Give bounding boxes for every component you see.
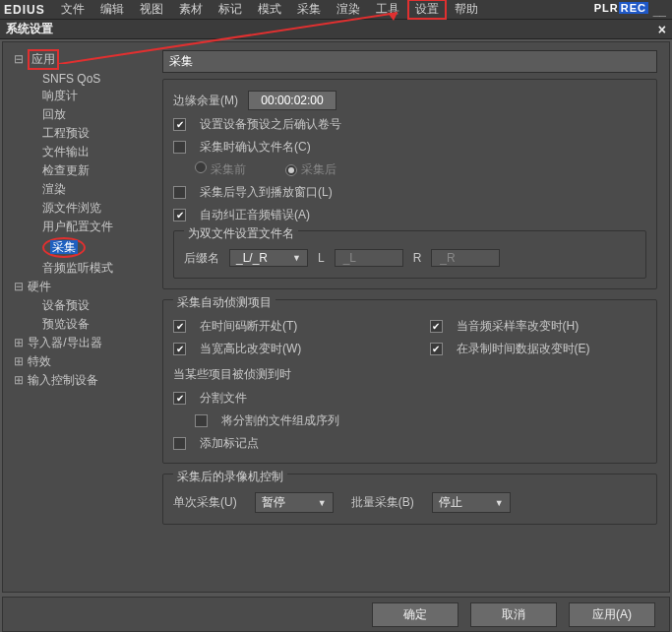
chk-auto-audio[interactable] xyxy=(173,209,186,221)
tree-node-app[interactable]: ⊟ 应用 xyxy=(13,48,153,71)
app-logo: EDIUS xyxy=(4,3,45,17)
tree-item-render[interactable]: 渲染 xyxy=(13,180,153,199)
dd-single[interactable]: 暂停▼ xyxy=(255,492,334,513)
tree-item-devpreset[interactable]: 设备预设 xyxy=(13,296,153,315)
close-icon[interactable]: × xyxy=(658,22,666,37)
dd-suffix[interactable]: _L/_R▼ xyxy=(229,249,308,267)
chk-add-marker[interactable] xyxy=(173,437,186,450)
menu-settings[interactable]: 设置 xyxy=(407,0,447,20)
tree-item-audiomon[interactable]: 音频监听模式 xyxy=(13,259,153,278)
menu-clip[interactable]: 素材 xyxy=(171,0,211,20)
menu-tools[interactable]: 工具 xyxy=(368,0,407,20)
tree-item-update[interactable]: 检查更新 xyxy=(13,161,153,180)
dd-batch[interactable]: 停止▼ xyxy=(432,492,511,513)
minimize-icon[interactable]: __ xyxy=(653,4,666,18)
tree-item-profile[interactable]: 用户配置文件 xyxy=(13,218,153,236)
tree-node-ctrl[interactable]: ⊞ 输入控制设备 xyxy=(13,371,153,390)
tree-item-playback[interactable]: 回放 xyxy=(13,105,153,124)
chk-audio-rate[interactable] xyxy=(430,320,443,333)
dialog-titlebar: 系统设置 × xyxy=(0,20,672,39)
brand-logo: PLRREC xyxy=(594,2,648,14)
rdo-after[interactable] xyxy=(285,164,297,176)
chk-after-import[interactable] xyxy=(173,186,186,199)
field-l[interactable]: _L xyxy=(335,249,403,267)
menu-marker[interactable]: 标记 xyxy=(211,0,250,20)
chk-tc-break[interactable] xyxy=(173,320,186,333)
menu-file[interactable]: 文件 xyxy=(53,0,92,20)
chk-confirm-filename[interactable] xyxy=(173,141,186,154)
section-detect: 采集自动侦测项目 在时间码断开处(T) 当宽高比改变时(W) 当音频采样率改变时… xyxy=(162,299,657,464)
rdo-before[interactable] xyxy=(195,161,207,173)
menubar: EDIUS 文件 编辑 视图 素材 标记 模式 采集 渲染 工具 设置 帮助 P… xyxy=(0,0,672,20)
chk-rec-data[interactable] xyxy=(430,343,443,355)
settings-pane: 采集 边缘余量(M) 00:00:02:00 设置设备预设之后确认卷号 采集时确… xyxy=(154,42,669,592)
section-deckctl: 采集后的录像机控制 单次采集(U) 暂停▼ 批量采集(B) 停止▼ xyxy=(162,474,657,525)
chk-confirm-reel[interactable] xyxy=(173,118,186,131)
pane-title: 采集 xyxy=(162,50,657,73)
tree-item-preview[interactable]: 预览设备 xyxy=(13,315,153,334)
group-dualfile: 为双文件设置文件名 后缀名 _L/_R▼ L _L R _R xyxy=(173,230,646,279)
apply-button[interactable]: 应用(A) xyxy=(569,602,655,627)
chk-aspect[interactable] xyxy=(173,343,186,355)
menu-render[interactable]: 渲染 xyxy=(329,0,368,20)
tree-node-fx[interactable]: ⊞ 特效 xyxy=(13,352,153,371)
tree-item-fileout[interactable]: 文件输出 xyxy=(13,143,153,161)
cancel-button[interactable]: 取消 xyxy=(470,602,557,627)
margin-timecode[interactable]: 00:00:02:00 xyxy=(248,91,336,110)
chk-build-seq[interactable] xyxy=(195,414,208,427)
dialog-title: 系统设置 xyxy=(6,21,53,37)
tree-node-io[interactable]: ⊞ 导入器/导出器 xyxy=(13,334,153,352)
tree-item-preset[interactable]: 工程预设 xyxy=(13,124,153,143)
tree-item-loudness[interactable]: 响度计 xyxy=(13,87,153,105)
dialog-footer: 确定 取消 应用(A) xyxy=(2,597,670,632)
tree-item-capture[interactable]: 采集 xyxy=(13,236,153,259)
chk-split[interactable] xyxy=(173,392,186,405)
section-general: 边缘余量(M) 00:00:02:00 设置设备预设之后确认卷号 采集时确认文件… xyxy=(162,79,657,289)
nav-tree: ⊟ 应用 SNFS QoS 响度计 回放 工程预设 文件输出 检查更新 渲染 源… xyxy=(3,42,154,592)
menu-mode[interactable]: 模式 xyxy=(250,0,289,20)
tree-item-source[interactable]: 源文件浏览 xyxy=(13,199,153,218)
tree-node-hw[interactable]: ⊟ 硬件 xyxy=(13,278,153,296)
menu-capture[interactable]: 采集 xyxy=(289,0,329,20)
field-r[interactable]: _R xyxy=(431,249,500,267)
menu-view[interactable]: 视图 xyxy=(132,0,171,20)
margin-label: 边缘余量(M) xyxy=(173,93,238,109)
menu-edit[interactable]: 编辑 xyxy=(92,0,132,20)
tree-item-snfs[interactable]: SNFS QoS xyxy=(13,71,153,87)
menu-help[interactable]: 帮助 xyxy=(447,0,486,20)
ok-button[interactable]: 确定 xyxy=(372,602,458,627)
